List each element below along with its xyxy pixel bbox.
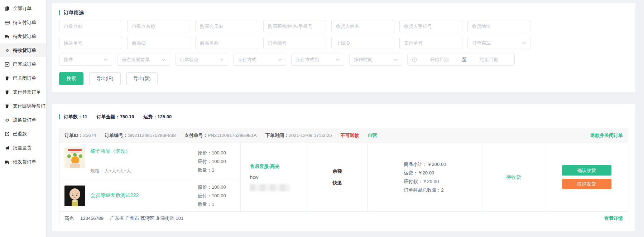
quantity: 数量：1 <box>198 166 240 174</box>
export-new-button[interactable]: 导出(新) <box>126 72 158 85</box>
payable-price: 应付：100.00 <box>198 158 240 165</box>
buyer-member-id-input[interactable] <box>195 20 258 32</box>
receiver-name: 高光 <box>64 215 74 222</box>
cancel-shipment-button[interactable]: 取消发货 <box>562 179 611 189</box>
payment-sn-field: 支付单号：PN21120817529E9E1A <box>184 132 257 139</box>
export-old-button[interactable]: 导出(旧) <box>89 72 121 85</box>
chevron-down-icon <box>162 59 165 61</box>
search-button[interactable]: 搜索 <box>59 72 83 85</box>
status-column: 待收货 <box>482 143 545 211</box>
sidebar-item-closed[interactable]: 已关闭订单 <box>0 71 46 85</box>
pickup-point-id-input[interactable] <box>59 20 122 32</box>
summary-order-amount: 订单金额：750.10 <box>97 114 134 119</box>
receiver-address: 广东省 广州市 荔湾区 龙津街道 101 <box>110 215 183 222</box>
order-id-label: 订单ID： <box>64 133 83 138</box>
clock-icon <box>412 57 417 62</box>
product-name-link[interactable]: 橘子商品（勿改） <box>90 148 131 154</box>
pay-method-select[interactable]: 支付方式 <box>233 54 286 66</box>
trash-icon <box>5 104 10 109</box>
sidebar-item-return-exchange[interactable]: 退换货订单 <box>0 113 46 127</box>
sidebar-item-label: 已退款 <box>13 131 27 137</box>
operate-time-select[interactable]: 操作时间 <box>349 54 402 66</box>
product-name-input[interactable] <box>195 37 258 49</box>
check-square-icon <box>5 62 10 67</box>
sidebar-item-pending-payment[interactable]: 待支付订单 <box>0 15 46 29</box>
view-detail-link[interactable]: 查看详情 <box>604 215 623 222</box>
parent-id-input[interactable] <box>331 37 394 49</box>
confirm-receipt-button[interactable]: 确认收货 <box>562 165 611 176</box>
pay-method-group-select[interactable]: 支付方式组 <box>291 54 344 66</box>
freight: 运费：￥20.00 <box>404 169 446 177</box>
receiver-phone-input[interactable] <box>399 20 462 32</box>
start-date-input[interactable]: 开始日期 <box>418 56 461 63</box>
sidebar-item-all-orders[interactable]: 全部订单 <box>0 1 46 15</box>
product-image <box>64 147 85 168</box>
quantity: 数量：1 <box>198 201 240 208</box>
sidebar-item-label: 支付异常订单 <box>13 89 41 95</box>
product-name-link[interactable]: 会员等级天数测试222 <box>90 192 139 199</box>
select-placeholder: 支付方式组 <box>296 56 319 63</box>
pickup-point-name-input[interactable] <box>127 20 190 32</box>
order-sn-input[interactable] <box>263 37 326 49</box>
totals-column: 商品小计：￥200.00 运费：￥20.00 应付款：￥20.00 订单商品总数… <box>367 143 482 211</box>
sidebar-item-label: 待发货订单 <box>13 33 36 40</box>
receiver-address-input[interactable] <box>467 20 530 32</box>
service-column: 售后客服-高光 hcw <box>240 143 307 211</box>
collect-arrows-icon <box>5 48 10 53</box>
price-row-1: 原价：100.00 应付：100.00 数量：1 <box>194 143 240 180</box>
credit-card-icon <box>5 20 10 25</box>
pay-method: 余额 <box>333 168 342 174</box>
sidebar-item-label: 待收货订单 <box>13 47 36 54</box>
send-icon <box>5 145 10 150</box>
tracking-number-input[interactable] <box>59 37 122 49</box>
sidebar: 全部订单 待支付订单 待发货订单 待收货订单 已完成订单 已关闭订单 支付异常订… <box>0 0 46 237</box>
sidebar-item-payment-callback-error[interactable]: 支付回调异常订单 <box>0 99 46 113</box>
non-refundable-badge: 不可退款 <box>340 132 359 139</box>
service-contact-name: hcw <box>250 174 258 180</box>
sidebar-item-label: 已关闭订单 <box>13 75 36 82</box>
end-date-input[interactable]: 结束日期 <box>468 56 510 63</box>
first-order-select[interactable]: 是否搜索首单 <box>117 54 170 66</box>
select-placeholder: 是否搜索首单 <box>122 56 150 63</box>
summary-freight: 运费：125.00 <box>144 114 172 119</box>
chevron-down-icon <box>278 59 282 61</box>
chevron-down-icon <box>220 59 224 61</box>
original-price: 原价：100.00 <box>198 183 240 191</box>
sort-select[interactable]: 排序 <box>59 54 112 66</box>
order-status-select[interactable]: 订单状态 <box>175 54 228 66</box>
sidebar-item-payment-error[interactable]: 支付异常订单 <box>0 85 46 99</box>
sidebar-item-refunded[interactable]: 已退款 <box>0 127 46 141</box>
receiver-phone: 123456789 <box>80 216 104 221</box>
sidebar-item-label: 已完成订单 <box>13 61 36 68</box>
date-range-picker[interactable]: 开始日期 至 结束日期 <box>407 54 515 66</box>
chevron-down-icon <box>522 42 526 44</box>
sidebar-item-label: 全部订单 <box>13 5 32 12</box>
product-text: 会员等级天数测试222 <box>90 192 139 200</box>
sidebar-item-pending-shipment[interactable]: 待发货订单 <box>0 29 46 43</box>
sidebar-item-urge-shipment[interactable]: 催发货订单 <box>0 155 46 169</box>
orders-panel: 订单数：11 订单金额：750.10 运费：125.00 订单ID：25674 … <box>52 104 635 231</box>
files-icon <box>5 6 10 11</box>
order-id-value: 25674 <box>83 133 96 138</box>
order-sn-value: SN211208175293F838 <box>128 133 176 138</box>
sidebar-item-label: 批量发货 <box>13 145 32 151</box>
order-sn-field: 订单编号：SN211208175293F838 <box>105 132 176 139</box>
product-row-2: 会员等级天数测试222 <box>59 180 194 211</box>
payment-sn-input[interactable] <box>399 37 462 49</box>
sidebar-item-batch-shipment[interactable]: 批量发货 <box>0 141 46 155</box>
sidebar-item-pending-receipt[interactable]: 待收货订单 <box>0 43 46 57</box>
sidebar-item-label: 待支付订单 <box>13 19 36 26</box>
filter-row-1 <box>59 20 628 32</box>
product-id-input[interactable] <box>127 37 190 49</box>
date-range-separator: 至 <box>462 56 467 63</box>
order-type-select[interactable]: 订单类型 <box>467 37 530 49</box>
refund-close-link[interactable]: 退款并关闭订单 <box>590 132 623 139</box>
price-row-2: 原价：100.00 应付：100.00 数量：1 <box>194 180 240 211</box>
buyer-nick-name-phone-input[interactable] <box>263 20 326 32</box>
truck-icon <box>5 159 10 164</box>
totals-block: 商品小计：￥200.00 运费：￥20.00 应付款：￥20.00 订单商品总数… <box>404 160 446 194</box>
select-placeholder: 操作时间 <box>354 56 373 63</box>
sidebar-item-completed[interactable]: 已完成订单 <box>0 57 46 71</box>
original-price: 原价：100.00 <box>198 149 240 157</box>
receiver-name-input[interactable] <box>331 20 394 32</box>
